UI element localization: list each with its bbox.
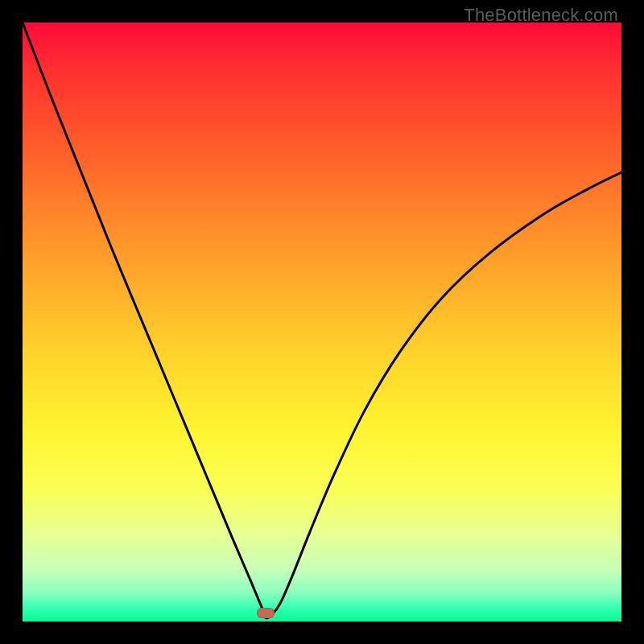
optimum-marker xyxy=(257,608,275,618)
bottleneck-curve xyxy=(23,23,621,618)
chart-frame: TheBottleneck.com xyxy=(0,0,644,644)
plot-area xyxy=(23,23,621,621)
curve-layer xyxy=(23,23,621,621)
watermark-text: TheBottleneck.com xyxy=(464,5,618,26)
